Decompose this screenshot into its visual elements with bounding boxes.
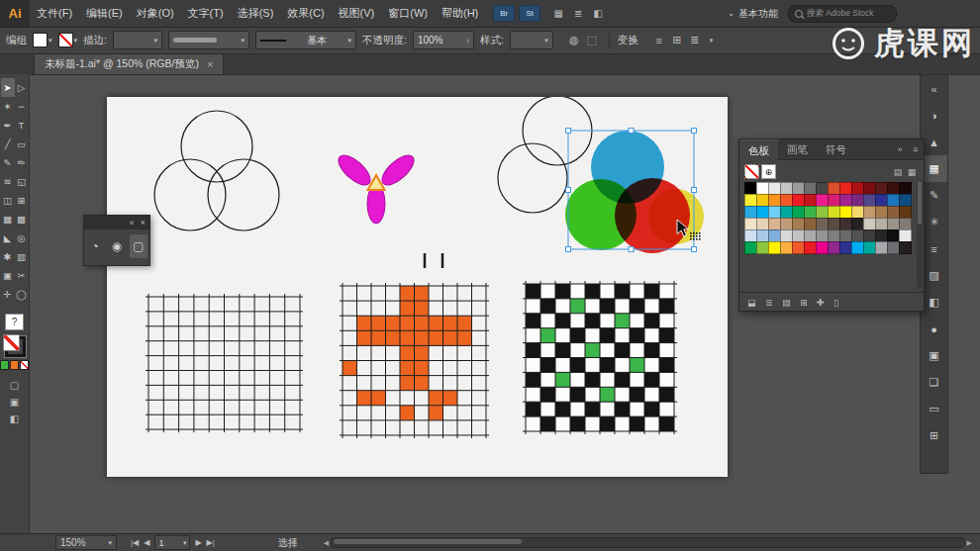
checker-black-cell[interactable] bbox=[585, 372, 600, 387]
workspace-switcher[interactable]: ⌄ 基本功能 bbox=[728, 7, 778, 21]
menu-help[interactable]: 帮助(H) bbox=[435, 0, 485, 27]
list-view-icon[interactable]: ▤ bbox=[891, 167, 905, 177]
orange-cell[interactable] bbox=[357, 391, 372, 406]
checker-black-cell[interactable] bbox=[600, 299, 615, 314]
nav-prev-icon[interactable]: ◀ bbox=[144, 538, 149, 547]
panel-header-icon-0[interactable]: » bbox=[892, 144, 908, 154]
swatches-scrollbar[interactable] bbox=[917, 179, 923, 289]
orange-cell[interactable] bbox=[400, 406, 415, 420]
nav-last-icon[interactable]: ▶| bbox=[207, 538, 215, 547]
menu-type[interactable]: 文字(T) bbox=[181, 0, 231, 27]
artboard[interactable] bbox=[107, 97, 728, 477]
orange-cell[interactable] bbox=[371, 330, 386, 345]
align-icon-0[interactable]: ≡ bbox=[650, 35, 668, 46]
swatches-kinds-icon[interactable]: ≣ bbox=[765, 297, 773, 308]
tool-type[interactable]: T bbox=[15, 116, 29, 135]
menu-window[interactable]: 窗口(W) bbox=[381, 0, 435, 27]
checker-black-cell[interactable] bbox=[570, 387, 585, 402]
toolbar-swatch-0[interactable] bbox=[0, 360, 9, 370]
swatches-new-group-icon[interactable]: ⊞ bbox=[800, 297, 808, 308]
checker-black-cell[interactable] bbox=[540, 299, 555, 314]
orange-cell[interactable] bbox=[415, 345, 430, 360]
menubar-badge-br[interactable]: Br bbox=[493, 5, 515, 22]
orange-cell[interactable] bbox=[371, 391, 386, 406]
brush-definition-combo[interactable]: ▾ bbox=[168, 31, 249, 49]
panel-icon-gradient[interactable]: ▨ bbox=[921, 262, 947, 289]
swatches-options-icon[interactable]: ▤ bbox=[782, 297, 791, 308]
flower-petal[interactable] bbox=[377, 150, 419, 190]
checker-black-cell[interactable] bbox=[615, 402, 630, 416]
checker-green-cell[interactable] bbox=[600, 387, 615, 402]
horizontal-scrollbar[interactable]: ◀ ▶ bbox=[324, 537, 972, 548]
floating-tool-panel[interactable]: « × ◔◉▢ bbox=[83, 215, 150, 266]
orange-cell[interactable] bbox=[400, 330, 415, 345]
checker-black-cell[interactable] bbox=[540, 416, 555, 431]
scroll-track[interactable] bbox=[331, 537, 964, 548]
orange-cell[interactable] bbox=[429, 406, 443, 420]
tool-graph[interactable]: ▥ bbox=[15, 247, 29, 266]
zoom-select[interactable]: 150% ▾ bbox=[55, 535, 117, 550]
menubar-badge-st[interactable]: St bbox=[519, 5, 540, 22]
drawing-mode-icon-1[interactable]: ▣ bbox=[10, 397, 19, 408]
checker-black-cell[interactable] bbox=[526, 284, 540, 299]
selection-handle[interactable] bbox=[566, 188, 571, 193]
orange-cell[interactable] bbox=[400, 301, 415, 316]
tool-width[interactable]: ≋ bbox=[1, 172, 15, 191]
stock-search-input[interactable]: 搜索 Adobe Stock bbox=[788, 5, 897, 23]
checker-black-cell[interactable] bbox=[644, 343, 659, 358]
checker-black-cell[interactable] bbox=[540, 358, 555, 373]
checker-black-cell[interactable] bbox=[526, 402, 540, 416]
panel-icon-transparency[interactable]: ◧ bbox=[921, 289, 947, 316]
panel-icon-stroke[interactable]: ≡ bbox=[921, 235, 947, 262]
orange-cell[interactable] bbox=[400, 316, 415, 330]
orange-cell[interactable] bbox=[429, 391, 443, 406]
float-tool-0[interactable]: ◔ bbox=[86, 234, 104, 258]
collapse-icon[interactable]: « bbox=[130, 218, 135, 228]
tool-selection[interactable]: ➤ bbox=[1, 78, 15, 97]
tool-rectangle[interactable]: ▭ bbox=[15, 135, 29, 153]
panel-icon-appearance[interactable]: ● bbox=[921, 316, 947, 342]
fill-color-control[interactable]: ▾ bbox=[33, 33, 52, 47]
checker-black-cell[interactable] bbox=[615, 284, 630, 299]
panel-icon-expand-panels[interactable]: « bbox=[921, 75, 947, 102]
tab-画笔[interactable]: 画笔 bbox=[778, 139, 817, 159]
grid-view-icon[interactable]: ▦ bbox=[905, 167, 919, 177]
checker-black-cell[interactable] bbox=[570, 328, 585, 343]
opacity-combo[interactable]: 100% › bbox=[413, 31, 474, 49]
checker-green-cell[interactable] bbox=[540, 328, 555, 343]
orange-cell[interactable] bbox=[457, 330, 472, 345]
tool-symbol-sprayer[interactable]: ✱ bbox=[1, 247, 15, 266]
orange-cell[interactable] bbox=[386, 316, 401, 330]
menu-edit[interactable]: 编辑(E) bbox=[79, 0, 130, 27]
checker-black-cell[interactable] bbox=[659, 387, 674, 402]
checker-black-cell[interactable] bbox=[526, 372, 540, 387]
tool-blend[interactable]: ◎ bbox=[15, 229, 29, 247]
tab-close-icon[interactable]: × bbox=[207, 58, 213, 70]
tool-zoom[interactable]: ◯ bbox=[15, 285, 29, 304]
toolbar-swatch-1[interactable] bbox=[10, 360, 19, 370]
checker-black-cell[interactable] bbox=[585, 314, 600, 328]
menubar-icon-1[interactable]: ≣ bbox=[568, 8, 588, 19]
nav-first-icon[interactable]: |◀ bbox=[131, 538, 139, 547]
tool-free-transform[interactable]: ◱ bbox=[15, 172, 29, 191]
swatch[interactable] bbox=[899, 241, 912, 254]
float-tool-1[interactable]: ◉ bbox=[108, 234, 126, 258]
scroll-thumb[interactable] bbox=[918, 181, 922, 225]
panel-icon-brushes[interactable]: ✎ bbox=[921, 182, 947, 209]
checker-black-cell[interactable] bbox=[644, 284, 659, 299]
selection-handle[interactable] bbox=[566, 247, 571, 252]
panel-icon-artboards[interactable]: ▭ bbox=[921, 396, 947, 422]
checker-black-cell[interactable] bbox=[659, 416, 674, 431]
fill-stroke-indicator[interactable] bbox=[3, 334, 26, 357]
checker-black-cell[interactable] bbox=[600, 328, 615, 343]
selection-handle[interactable] bbox=[629, 247, 634, 252]
menubar-icon-0[interactable]: ▦ bbox=[548, 8, 568, 19]
orange-cell[interactable] bbox=[386, 330, 401, 345]
checker-black-cell[interactable] bbox=[600, 358, 615, 373]
orange-cell[interactable] bbox=[415, 361, 430, 376]
tool-lasso[interactable]: ∽ bbox=[15, 97, 29, 116]
flower-petal[interactable] bbox=[334, 150, 375, 190]
orange-cell[interactable] bbox=[443, 316, 458, 330]
toolbar-swatch-2[interactable] bbox=[20, 360, 29, 370]
controlbar-icon-1[interactable]: ⬚ bbox=[583, 34, 601, 46]
